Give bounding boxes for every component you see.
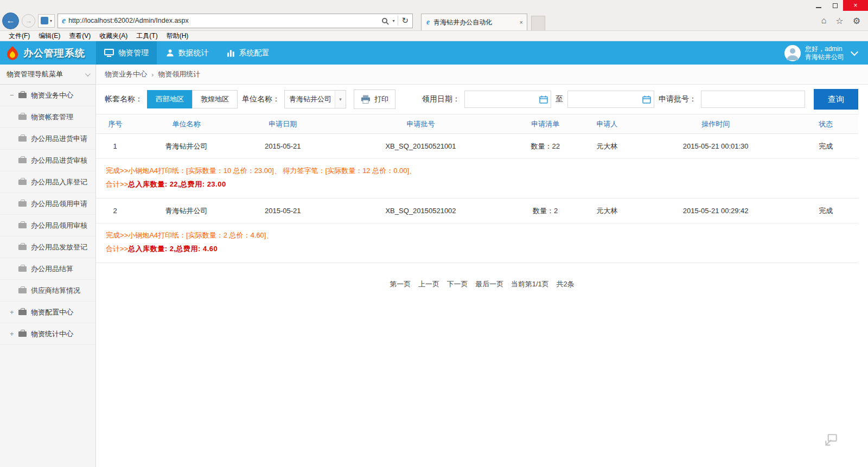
col-header-status: 状态 [794, 114, 858, 134]
tab-close-button[interactable]: × [520, 19, 523, 25]
cell-list: 数量：22 [514, 134, 576, 159]
sidebar-group-stats-center[interactable]: + 物资统计中心 [0, 323, 95, 345]
select-caret-icon[interactable]: ▾ [335, 91, 346, 108]
briefcase-icon [18, 93, 27, 98]
expand-icon[interactable]: + [10, 330, 18, 338]
window-close-button[interactable]: × [843, 0, 868, 11]
sidebar-item-requisition-apply[interactable]: 办公用品领用申请 [0, 193, 95, 215]
refresh-icon[interactable]: ↻ [401, 16, 409, 25]
nav-tab-materials[interactable]: 物资管理 [96, 41, 157, 65]
url-input[interactable] [68, 17, 382, 24]
nav-tab-label: 系统配置 [239, 48, 270, 58]
sidebar-title[interactable]: 物资管理导航菜单 [0, 65, 95, 85]
menu-item-edit[interactable]: 编辑(E) [34, 31, 65, 41]
batch-input[interactable] [701, 91, 805, 108]
screen-clip-widget[interactable] [822, 432, 839, 449]
breadcrumb-separator-icon: › [151, 71, 154, 79]
sidebar-group-business-center[interactable]: − 物资业务中心 [0, 85, 95, 106]
sidebar-item-label: 物资配置中心 [31, 308, 73, 317]
breadcrumb-item[interactable]: 物资业务中心 [105, 69, 147, 79]
col-header-applicant: 申请人 [576, 114, 638, 134]
settings-icon[interactable]: ⚙ [853, 16, 860, 26]
calendar-icon[interactable] [642, 95, 651, 104]
briefcase-icon [18, 158, 27, 163]
window-minimize-button[interactable] [810, 0, 827, 11]
search-button[interactable]: 查询 [814, 89, 858, 110]
browser-tab[interactable]: e 青海钻井办公自动化 × [421, 14, 527, 30]
expand-icon[interactable]: + [10, 308, 18, 316]
favorites-icon[interactable]: ☆ [835, 16, 843, 26]
quick-tabs-button[interactable]: ▾ [38, 14, 55, 28]
menu-item-help[interactable]: 帮助(H) [162, 31, 193, 41]
region-button-dunhuang[interactable]: 敦煌地区 [192, 90, 238, 108]
sidebar-item-supplier-settlement[interactable]: 供应商结算情况 [0, 280, 95, 302]
home-icon[interactable]: ⌂ [821, 16, 827, 25]
date-to-input[interactable] [567, 91, 654, 108]
cell-date: 2015-05-21 [239, 199, 327, 223]
user-area[interactable]: 您好，admin 青海钻井公司 [784, 41, 844, 65]
sidebar: 物资管理导航菜单 − 物资业务中心 物资帐套管理 办公用品进货申请 办公用品进货… [0, 65, 96, 467]
pagination-current: 当前第1/1页 [511, 280, 549, 288]
print-button-label: 打印 [374, 94, 388, 104]
new-tab-button[interactable] [531, 16, 545, 30]
monitor-icon [104, 49, 114, 57]
menu-item-view[interactable]: 查看(V) [65, 31, 95, 41]
briefcase-icon [18, 331, 27, 337]
breadcrumb-item-current: 物资领用统计 [158, 69, 200, 79]
tab-favicon: e [426, 18, 430, 27]
cell-batch: XB_SQ_20150521001 [327, 134, 515, 159]
sidebar-item-purchase-apply[interactable]: 办公用品进货申请 [0, 128, 95, 150]
sidebar-item-label: 办公用品结算 [31, 264, 73, 274]
collapse-icon[interactable]: − [10, 91, 18, 99]
user-menu-chevron-icon[interactable] [851, 48, 858, 55]
sidebar-item-label: 物资帐套管理 [31, 112, 73, 122]
pagination-first[interactable]: 第一页 [390, 280, 411, 288]
pagination-last[interactable]: 最后一页 [475, 280, 503, 288]
forward-button[interactable]: → [22, 14, 35, 28]
sidebar-item-label: 办公用品进货申请 [31, 134, 87, 144]
sidebar-item-account-set[interactable]: 物资帐套管理 [0, 106, 95, 128]
window-maximize-button[interactable] [827, 0, 843, 11]
cell-time: 2015-05-21 00:29:42 [638, 199, 794, 223]
sidebar-group-config-center[interactable]: + 物资配置中心 [0, 302, 95, 323]
back-button[interactable]: ← [2, 12, 19, 29]
sidebar-item-settlement[interactable]: 办公用品结算 [0, 258, 95, 280]
sidebar-item-label: 供应商结算情况 [31, 286, 80, 296]
requisition-table: 序号 单位名称 申请日期 申请批号 申请清单 申请人 操作时间 状态 1 青海钻… [96, 114, 858, 263]
calendar-icon[interactable] [539, 95, 548, 104]
unit-select[interactable]: 青海钻井公司 ▾ [284, 90, 346, 108]
search-icon[interactable] [382, 18, 387, 23]
pagination-next[interactable]: 下一页 [447, 280, 468, 288]
app-title: 办公管理系统 [23, 47, 85, 60]
flame-logo-icon [4, 45, 21, 61]
sidebar-item-purchase-review[interactable]: 办公用品进货审核 [0, 150, 95, 171]
sidebar-item-label: 办公用品进货审核 [31, 156, 87, 165]
order-total-line: 合计>>总入库数量: 2,总费用: 4.60 [106, 242, 848, 255]
col-header-list: 申请清单 [514, 114, 576, 134]
search-caret-icon[interactable]: ▾ [392, 18, 394, 23]
clip-arrow-icon [823, 433, 838, 448]
address-bar[interactable]: e ▾ ↻ [58, 14, 413, 28]
sidebar-item-distribution[interactable]: 办公用品发放登记 [0, 236, 95, 258]
date-from-input[interactable] [464, 91, 551, 108]
pagination-prev[interactable]: 上一页 [418, 280, 439, 288]
briefcase-icon [18, 223, 27, 228]
main-content: 物资业务中心 › 物资领用统计 帐套名称： 西部地区 敦煌地区 单位名称： 青海… [96, 65, 868, 467]
nav-tab-statistics[interactable]: 数据统计 [157, 41, 218, 65]
nav-tab-label: 物资管理 [118, 48, 149, 58]
sidebar-title-label: 物资管理导航菜单 [7, 69, 63, 79]
sidebar-item-label: 办公用品领用审核 [31, 221, 87, 231]
menu-item-file[interactable]: 文件(F) [4, 31, 34, 41]
print-button[interactable]: 打印 [354, 89, 395, 109]
pagination-total: 共2条 [556, 280, 574, 288]
sidebar-item-label: 物资统计中心 [31, 329, 73, 339]
menu-item-tools[interactable]: 工具(T) [132, 31, 162, 41]
menu-item-favorites[interactable]: 收藏夹(A) [95, 31, 132, 41]
nav-tab-system[interactable]: 系统配置 [218, 41, 278, 65]
nav-tab-label: 数据统计 [178, 48, 209, 58]
col-header-date: 申请日期 [239, 114, 327, 134]
sidebar-item-stock-in[interactable]: 办公用品入库登记 [0, 171, 95, 193]
region-button-west[interactable]: 西部地区 [147, 90, 193, 108]
col-header-time: 操作时间 [638, 114, 794, 134]
sidebar-item-requisition-review[interactable]: 办公用品领用审核 [0, 215, 95, 236]
